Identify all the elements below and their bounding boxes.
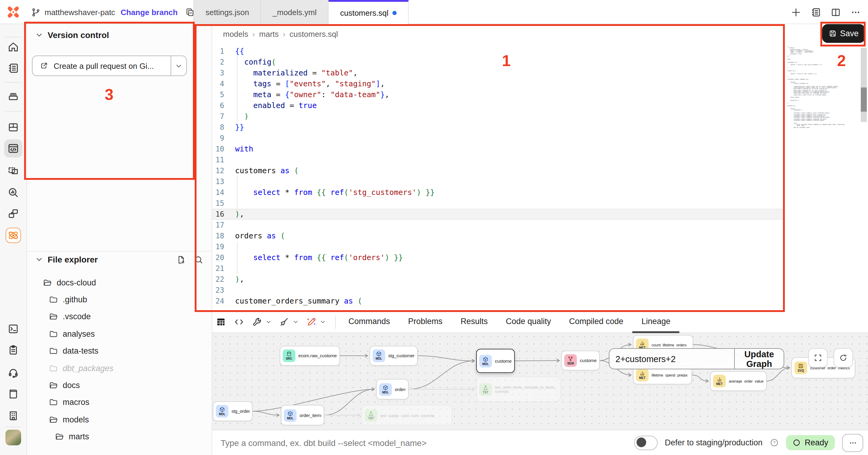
branch-name[interactable]: matthewshaver-patc bbox=[44, 7, 115, 17]
new-tab-icon[interactable] bbox=[791, 7, 801, 17]
panel-tab-commands[interactable]: Commands bbox=[339, 311, 399, 333]
lineage-node-test_order_items[interactable]: TSTtest_order_items_compute_to_bools_cor… bbox=[476, 376, 561, 402]
pr-button-dropdown[interactable] bbox=[170, 56, 186, 76]
home-icon[interactable] bbox=[7, 41, 19, 53]
code-line-10[interactable]: 10with bbox=[212, 144, 784, 154]
code-line-16[interactable]: 16), bbox=[212, 209, 784, 220]
lineage-node-raw_customers[interactable]: SRCecom.raw_customers bbox=[280, 346, 340, 366]
code-line-1[interactable]: 1{{ bbox=[212, 46, 784, 57]
code-line-22[interactable]: 22), bbox=[212, 274, 784, 285]
save-button[interactable]: Save bbox=[822, 24, 865, 43]
code-line-11[interactable]: 11 bbox=[212, 154, 784, 165]
tree-item-.vscode[interactable]: .vscode bbox=[27, 308, 212, 325]
tab-settings.json[interactable]: settings.json bbox=[193, 0, 261, 24]
notebook-icon[interactable] bbox=[811, 7, 821, 17]
orchestration-icon[interactable] bbox=[7, 208, 19, 219]
panel-tab-problems[interactable]: Problems bbox=[399, 311, 452, 333]
organization-icon[interactable] bbox=[7, 410, 19, 422]
ide-editor-icon[interactable] bbox=[4, 139, 22, 158]
tree-item-.github[interactable]: .github bbox=[27, 291, 212, 308]
help-icon[interactable]: ? bbox=[770, 438, 779, 447]
editor-scrollbar[interactable] bbox=[861, 48, 867, 122]
tab-_models.yml[interactable]: _models.yml bbox=[261, 0, 329, 24]
lineage-node-average_order_value[interactable]: METaverage_order_value bbox=[710, 371, 767, 391]
results-table-icon[interactable] bbox=[216, 317, 226, 327]
terminal-icon[interactable] bbox=[7, 323, 19, 335]
more-button[interactable] bbox=[842, 433, 863, 452]
breadcrumb-item[interactable]: models bbox=[223, 30, 248, 39]
code-line-5[interactable]: 5 meta = {"owner": "data-team"}, bbox=[212, 89, 784, 100]
tree-item-data-tests[interactable]: data-tests bbox=[27, 342, 212, 360]
lineage-node-stg_customers[interactable]: MDLstg_customers bbox=[370, 346, 418, 366]
notebooks-icon[interactable] bbox=[7, 62, 19, 74]
code-line-12[interactable]: 12customers as ( bbox=[212, 165, 784, 176]
code-area[interactable]: 1{{2 config(3 materialized = "table",4 t… bbox=[212, 46, 784, 307]
code-line-8[interactable]: 8}} bbox=[212, 122, 784, 133]
tree-item-docs[interactable]: docs bbox=[27, 377, 212, 394]
search-icon[interactable] bbox=[194, 255, 203, 264]
refresh-graph-button[interactable] bbox=[834, 348, 853, 368]
tree-item-macros[interactable]: macros bbox=[27, 394, 212, 411]
code-line-18[interactable]: 18orders as ( bbox=[212, 230, 784, 241]
code-line-19[interactable]: 19 bbox=[212, 241, 784, 252]
panel-tab-lineage[interactable]: Lineage bbox=[632, 311, 679, 333]
code-line-4[interactable]: 4 tags = ["events", "staging"], bbox=[212, 79, 784, 89]
breadcrumb-item[interactable]: customers.sql bbox=[290, 30, 338, 39]
lineage-node-orders[interactable]: MDLorders bbox=[376, 379, 409, 399]
more-options-icon[interactable] bbox=[850, 7, 861, 17]
build-icon[interactable] bbox=[252, 317, 262, 327]
lineage-node-test_supply[interactable]: TSTtest_supply_costs_sum_correctly bbox=[362, 405, 452, 425]
tree-item-analyses[interactable]: analyses bbox=[27, 325, 212, 342]
tasks-icon[interactable] bbox=[7, 344, 19, 356]
lineage-graph[interactable]: Update Graph SRCecom.raw_customersMDLstg… bbox=[212, 333, 868, 430]
lineage-node-customers_sem[interactable]: SEMcustomers bbox=[561, 350, 600, 371]
panel-tab-results[interactable]: Results bbox=[452, 311, 497, 333]
split-editor-icon[interactable] bbox=[831, 7, 841, 17]
tree-item-models[interactable]: models bbox=[27, 411, 212, 428]
code-line-23[interactable]: 23 bbox=[212, 285, 784, 296]
support-icon[interactable] bbox=[7, 367, 19, 378]
dashboards-icon[interactable] bbox=[7, 122, 19, 133]
tree-item-dbt_packages[interactable]: dbt_packages bbox=[27, 360, 212, 377]
canvas-icon[interactable] bbox=[7, 165, 19, 176]
breadcrumb-item[interactable]: marts bbox=[259, 30, 279, 39]
explore-icon[interactable] bbox=[7, 187, 19, 198]
chevron-down-icon[interactable] bbox=[266, 319, 271, 325]
code-line-13[interactable]: 13 bbox=[212, 176, 784, 187]
lineage-node-stg_orders[interactable]: MDLstg_orders bbox=[213, 401, 253, 421]
update-graph-button[interactable]: Update Graph bbox=[734, 349, 784, 369]
command-input[interactable] bbox=[219, 437, 627, 448]
code-line-17[interactable]: 17 bbox=[212, 220, 784, 230]
lineage-node-order_items[interactable]: MDLorder_items bbox=[281, 405, 324, 425]
change-branch-link[interactable]: Change branch bbox=[121, 7, 178, 17]
code-line-15[interactable]: 15 bbox=[212, 198, 784, 209]
code-line-20[interactable]: 20 select * from {{ ref('orders') }} bbox=[212, 252, 784, 263]
copy-icon[interactable] bbox=[185, 7, 194, 17]
chevron-down-icon[interactable] bbox=[320, 319, 326, 325]
code-line-6[interactable]: 6 enabled = true bbox=[212, 100, 784, 111]
tree-item-marts[interactable]: marts bbox=[27, 428, 212, 445]
create-pr-button[interactable]: Create a pull request on Gi... bbox=[32, 56, 187, 76]
tab-customers.sql[interactable]: customers.sql bbox=[329, 0, 409, 24]
code-icon[interactable] bbox=[234, 317, 244, 327]
docs-icon[interactable] bbox=[7, 388, 19, 400]
dbt-logo-icon[interactable] bbox=[5, 4, 22, 21]
jobs-icon[interactable] bbox=[7, 90, 19, 102]
code-line-2[interactable]: 2 config( bbox=[212, 57, 784, 67]
file-explorer-header[interactable]: File explorer bbox=[36, 255, 203, 264]
scrollbar-thumb[interactable] bbox=[861, 87, 867, 112]
ai-assist-icon[interactable] bbox=[306, 317, 316, 327]
user-avatar[interactable] bbox=[5, 430, 21, 445]
defer-toggle[interactable] bbox=[634, 435, 658, 450]
status-badge[interactable]: Ready bbox=[786, 435, 835, 450]
new-file-icon[interactable] bbox=[177, 255, 186, 264]
minimap[interactable]: {{ config( materialized = "table", tags … bbox=[787, 47, 845, 128]
chevron-down-icon[interactable] bbox=[293, 319, 299, 325]
code-line-9[interactable]: 9 bbox=[212, 133, 784, 144]
panel-tab-code-quality[interactable]: Code quality bbox=[497, 311, 560, 333]
code-line-21[interactable]: 21 bbox=[212, 263, 784, 274]
format-icon[interactable] bbox=[279, 317, 289, 327]
fullscreen-button[interactable] bbox=[808, 348, 828, 368]
tree-item-docs-cloud[interactable]: docs-cloud bbox=[27, 274, 212, 291]
version-control-header[interactable]: Version control bbox=[36, 30, 109, 40]
